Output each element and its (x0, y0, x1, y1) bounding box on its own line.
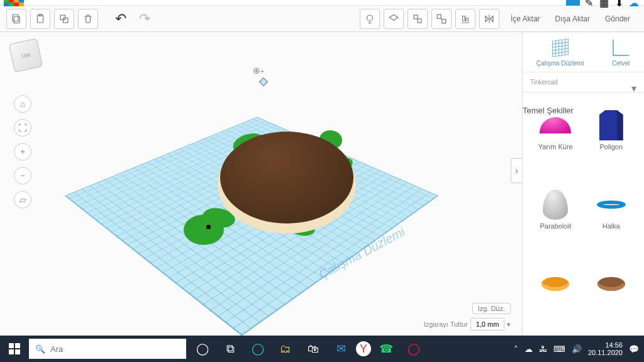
send-button[interactable]: Gönder (605, 14, 630, 23)
shape-label: Paraboloit (540, 222, 571, 230)
workplane-tool[interactable]: Çalışma Düzlemi (536, 38, 584, 67)
svg-rect-4 (60, 15, 65, 20)
onedrive-icon[interactable]: ☁ (525, 344, 533, 354)
cortana-button[interactable] (190, 336, 215, 362)
turtle-shell (220, 132, 353, 223)
home-view-button[interactable]: ⌂ (14, 95, 31, 113)
redo-button[interactable]: ↷ (135, 9, 155, 29)
panel-collapse-button[interactable]: › (511, 158, 522, 183)
browser-titlebar: ✎ ▦ ⬇ ☁ (0, 0, 644, 6)
ungroup-button[interactable] (431, 9, 452, 29)
input-icon[interactable]: ⌨ (553, 344, 565, 354)
volume-icon[interactable]: 🔊 (572, 344, 582, 354)
panel-tools-row: Çalışma Düzlemi Cetvel (523, 32, 644, 72)
edit-icon[interactable]: ✎ (582, 0, 595, 6)
svg-rect-1 (13, 14, 18, 21)
workplane-icon (552, 38, 569, 57)
delete-button[interactable] (78, 9, 98, 29)
clock-time: 14:56 (588, 341, 623, 349)
zoom-out-button[interactable]: － (14, 167, 31, 184)
tray-chevron-up-icon[interactable]: ˄ (514, 344, 518, 354)
copy-button[interactable] (6, 9, 26, 29)
align-button[interactable] (455, 9, 475, 29)
windows-taskbar: 🔍 Ara ⧉ ◯ 🗂 🛍 ✉ Y ☎ ◯ ˄ ☁ 🖧 ⌨ 🔊 14:56 20… (0, 336, 644, 362)
mirror-button[interactable] (479, 9, 499, 29)
group-button[interactable] (408, 9, 428, 29)
explorer-app-icon[interactable]: 🗂 (273, 336, 298, 362)
tinkercad-logo (4, 0, 25, 6)
mail-app-icon[interactable]: ✉ (328, 336, 353, 362)
snap-grid-input[interactable] (470, 318, 504, 331)
search-icon: 🔍 (35, 344, 45, 354)
view-cube[interactable]: Üst (9, 38, 43, 73)
search-placeholder: Ara (50, 344, 63, 354)
workplane-handle-icon[interactable]: ⊕+ (253, 65, 264, 76)
chevron-down-icon[interactable]: ▾ (507, 320, 511, 329)
taskbar-search[interactable]: 🔍 Ara (29, 339, 186, 359)
shape-polygon[interactable]: Poligon (585, 108, 638, 178)
workplane-tool-label: Çalışma Düzlemi (536, 60, 584, 67)
shape-label: Yarım Küre (538, 143, 573, 150)
fit-view-button[interactable]: ⛶ (14, 119, 31, 137)
svg-point-6 (367, 15, 372, 21)
shape-half-sphere[interactable]: Yarım Küre (529, 108, 582, 178)
turtle-head (184, 215, 224, 245)
torus-icon (597, 200, 626, 208)
ortho-toggle-button[interactable]: ▱ (14, 191, 31, 208)
blocks-icon[interactable]: ▦ (597, 0, 610, 6)
grid-view-icon[interactable] (566, 0, 580, 6)
taskbar-apps: ⧉ ◯ 🗂 🛍 ✉ Y ☎ ◯ (190, 336, 426, 362)
whatsapp-app-icon[interactable]: ☎ (374, 336, 399, 362)
chat-icon[interactable]: ☁ (628, 0, 640, 6)
clock-date: 20.11.2020 (588, 349, 623, 356)
turtle-model[interactable] (189, 120, 377, 259)
undo-button[interactable]: ↶ (111, 9, 131, 29)
shape-label: Halka (602, 222, 620, 230)
duplicate-button[interactable] (54, 9, 74, 29)
yandex-app-icon[interactable]: Y (356, 341, 371, 356)
svg-rect-9 (437, 14, 441, 18)
edit-grid-button[interactable]: Izg. Düz. (472, 303, 511, 314)
svg-rect-7 (414, 15, 418, 19)
snap-grid-label: Izgarayı Tuttur (424, 320, 468, 328)
shape-label: Poligon (599, 143, 623, 150)
opera-app-icon[interactable]: ◯ (401, 336, 426, 362)
export-button[interactable]: Dışa Aktar (555, 14, 590, 23)
shape-extra-1[interactable] (529, 266, 582, 329)
taskbar-clock[interactable]: 14:56 20.11.2020 (588, 341, 623, 356)
start-button[interactable] (0, 336, 29, 362)
chevron-down-icon: ▾ (631, 82, 636, 94)
show-all-icon[interactable] (384, 9, 404, 29)
shape-icon (541, 277, 569, 291)
edge-app-icon[interactable]: ◯ (245, 336, 270, 362)
zoom-in-button[interactable]: ＋ (14, 143, 31, 161)
network-icon[interactable]: 🖧 (539, 344, 547, 354)
polygon-icon (599, 110, 623, 140)
half-sphere-icon (540, 117, 571, 133)
library-source-label: Tinkercad (530, 79, 636, 86)
paraboloid-icon (543, 189, 568, 220)
shape-paraboloid[interactable]: Paraboloit (529, 187, 582, 257)
shapes-panel: Çalışma Düzlemi Cetvel Tinkercad Temel Ş… (522, 32, 644, 336)
system-tray: ˄ ☁ 🖧 ⌨ 🔊 14:56 20.11.2020 💬 (514, 341, 639, 356)
svg-rect-10 (442, 19, 446, 23)
notifications-icon[interactable]: 💬 (629, 344, 639, 354)
snap-controls: Izg. Düz. Izgarayı Tuttur ▾ (424, 303, 511, 331)
svg-rect-5 (64, 18, 69, 23)
shape-library-dropdown[interactable]: Tinkercad Temel Şekiller ▾ (523, 72, 644, 93)
task-view-button[interactable]: ⧉ (218, 336, 243, 362)
paste-button[interactable] (30, 9, 50, 29)
bulb-icon[interactable] (360, 9, 380, 29)
svg-rect-8 (418, 19, 421, 23)
windows-logo-icon (9, 343, 20, 354)
ruler-tool[interactable]: Cetvel (611, 38, 630, 67)
store-app-icon[interactable]: 🛍 (301, 336, 326, 362)
download-icon[interactable]: ⬇ (613, 0, 625, 6)
ruler-icon (613, 40, 629, 56)
shape-extra-2[interactable] (585, 266, 638, 329)
main-toolbar: ↶ ↷ İçe Aktar Dışa Aktar Gönder (0, 6, 644, 32)
view-nav-buttons: ⌂ ⛶ ＋ － ▱ (14, 95, 31, 208)
import-button[interactable]: İçe Aktar (511, 14, 540, 23)
shape-torus[interactable]: Halka (585, 187, 638, 257)
3d-canvas[interactable]: Üst ⌂ ⛶ ＋ － ▱ Çalışma Düzlemi ⊕+ Izg. Dü… (0, 32, 522, 336)
